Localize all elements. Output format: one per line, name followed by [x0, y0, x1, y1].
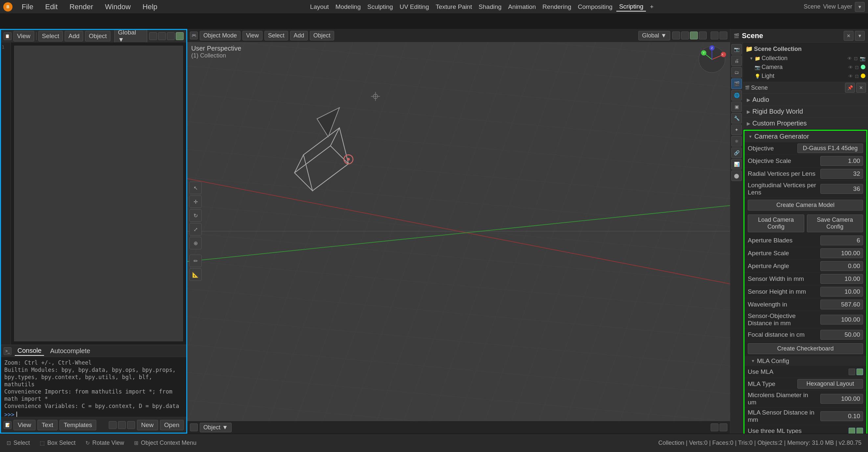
workspace-add[interactable]: +: [647, 3, 656, 11]
sensor-h-input[interactable]: 10.00: [820, 287, 863, 297]
rotate-tool[interactable]: ↻: [189, 209, 202, 222]
viewport-icon-coll[interactable]: ⊡: [854, 56, 858, 61]
use-three-ml-checkbox[interactable]: [848, 428, 855, 434]
vp-pie-btn[interactable]: [711, 32, 718, 39]
scene-panel-filter[interactable]: ▼: [855, 31, 865, 41]
solid-btn[interactable]: [167, 32, 175, 40]
line-wrap-btn[interactable]: [109, 421, 117, 429]
vp-select-menu[interactable]: Select: [265, 31, 288, 40]
vp-solid-btn[interactable]: [690, 32, 698, 39]
microlens-diam-input[interactable]: 100.00: [820, 394, 863, 404]
vp-bottom-snap[interactable]: [711, 423, 718, 431]
world-props-icon[interactable]: 🌐: [731, 90, 742, 100]
focal-dist-input[interactable]: 50.00: [820, 330, 863, 340]
data-props-icon[interactable]: 📊: [731, 159, 742, 169]
rendered-btn[interactable]: [176, 32, 184, 40]
tree-light[interactable]: 💡 Light 👁 ⊡: [743, 72, 868, 80]
measure-tool[interactable]: 📐: [189, 268, 202, 281]
vp-overlay-btn[interactable]: [672, 32, 680, 39]
eye-icon-coll[interactable]: 👁: [847, 56, 852, 61]
camera-gen-header[interactable]: ▼ Camera Generator: [744, 131, 866, 142]
render-props-icon[interactable]: 📷: [731, 44, 742, 55]
obj-scale-input[interactable]: 1.00: [820, 156, 863, 166]
vp-bottom-icon[interactable]: [190, 423, 198, 431]
scene-props-pin[interactable]: 📌: [845, 83, 855, 93]
viewport-type-icon[interactable]: 📋: [4, 32, 11, 40]
rigid-body-section-header[interactable]: ▶ Rigid Body World: [743, 105, 868, 117]
particles-icon[interactable]: ✦: [731, 125, 742, 135]
object-props-icon[interactable]: ▣: [731, 101, 742, 112]
tab-autocomplete[interactable]: Autocomplete: [47, 347, 93, 355]
scene-props-icon[interactable]: 🎬: [731, 78, 742, 89]
vp-mode-dropdown[interactable]: Object Mode: [200, 31, 241, 40]
vp-mode-icon[interactable]: 🎮: [190, 32, 198, 39]
te-new-btn[interactable]: New: [137, 420, 158, 430]
vp-xray-btn[interactable]: [681, 32, 689, 39]
save-camera-config-btn[interactable]: Save Camera Config: [807, 215, 863, 232]
ap-angle-input[interactable]: 0.00: [820, 261, 863, 271]
viewport-3d[interactable]: 🎮 Object Mode View Select Add Object Glo…: [187, 29, 730, 433]
custom-props-section-header[interactable]: ▶ Custom Properties: [743, 117, 868, 129]
objective-dropdown[interactable]: D-Gauss F1.4 45deg: [797, 143, 863, 153]
vp-add-btn[interactable]: Add: [65, 31, 83, 41]
mla-type-dropdown[interactable]: Hexagonal Layout: [797, 379, 863, 389]
create-camera-btn[interactable]: Create Camera Model: [748, 200, 863, 211]
menu-help[interactable]: Help: [140, 2, 160, 12]
vp-select-btn[interactable]: Select: [38, 31, 63, 41]
wavelength-input[interactable]: 587.60: [820, 299, 863, 310]
xray-btn[interactable]: [158, 32, 166, 40]
render-icon-coll[interactable]: 📷: [860, 56, 865, 61]
menu-edit[interactable]: Edit: [42, 2, 60, 12]
workspace-modeling[interactable]: Modeling: [333, 3, 363, 11]
scale-tool[interactable]: ⤢: [189, 223, 202, 235]
workspace-animation[interactable]: Animation: [506, 3, 539, 11]
tree-camera[interactable]: 📷 Camera 👁 ⊡: [743, 63, 868, 72]
vp-view-btn[interactable]: View: [13, 31, 34, 41]
vp-view-menu[interactable]: View: [243, 31, 262, 40]
workspace-compositing[interactable]: Compositing: [575, 3, 615, 11]
te-open-btn[interactable]: Open: [160, 420, 184, 430]
workspace-shading[interactable]: Shading: [476, 3, 504, 11]
filter-btn[interactable]: ▼: [855, 2, 865, 12]
vp-global-mode[interactable]: Global ▼: [638, 31, 670, 40]
menu-window[interactable]: Window: [102, 2, 133, 12]
vp-bottom-proportional[interactable]: [719, 423, 727, 431]
ap-blades-input[interactable]: 6: [820, 235, 863, 246]
workspace-sculpting[interactable]: Sculpting: [365, 3, 396, 11]
radial-vert-input[interactable]: 32: [820, 169, 863, 179]
workspace-rendering[interactable]: Rendering: [540, 3, 574, 11]
vp-object-mode-bottom[interactable]: Object ▼: [200, 423, 231, 432]
te-text-btn[interactable]: Text: [37, 420, 58, 430]
tab-console[interactable]: Console: [15, 346, 44, 356]
transform-tool[interactable]: ⊕: [189, 237, 202, 249]
mla-sensor-dist-input[interactable]: 0.10: [820, 411, 863, 421]
viewport-icon-cam[interactable]: ⊡: [855, 65, 859, 70]
workspace-scripting[interactable]: Scripting: [616, 2, 646, 11]
eye-icon-light[interactable]: 👁: [848, 73, 853, 79]
te-view-btn[interactable]: View: [13, 420, 35, 430]
scene-panel-close[interactable]: ✕: [844, 31, 854, 41]
output-props-icon[interactable]: 🖨: [731, 56, 742, 66]
mla-config-header[interactable]: ▼ MLA Config: [744, 356, 866, 366]
select-tool[interactable]: ↖: [189, 182, 202, 194]
material-icon[interactable]: ⬤: [731, 170, 742, 181]
tree-collection[interactable]: ▼ 📁 Collection 👁 ⊡ 📷: [743, 54, 868, 63]
line-nums-btn[interactable]: [127, 421, 135, 429]
workspace-uv[interactable]: UV Editing: [397, 3, 432, 11]
sensor-obj-dist-input[interactable]: 100.00: [820, 315, 863, 325]
long-vert-input[interactable]: 36: [820, 184, 863, 194]
menu-file[interactable]: File: [19, 2, 36, 12]
audio-section-header[interactable]: ▶ Audio: [743, 94, 868, 105]
modifier-props-icon[interactable]: 🔧: [731, 113, 742, 124]
vp-object-btn[interactable]: Object: [85, 31, 111, 41]
workspace-texture[interactable]: Texture Paint: [433, 3, 475, 11]
move-tool[interactable]: ✛: [189, 195, 202, 208]
sensor-w-input[interactable]: 10.00: [820, 274, 863, 284]
viewport-icon-light[interactable]: ⊡: [855, 73, 859, 79]
menu-render[interactable]: Render: [67, 2, 96, 12]
vp-object-menu[interactable]: Object: [310, 31, 334, 40]
eye-icon-cam[interactable]: 👁: [848, 65, 853, 70]
annotate-tool[interactable]: ✏: [189, 255, 202, 267]
view-layer-icon[interactable]: 🗂: [731, 67, 742, 77]
load-camera-config-btn[interactable]: Load Camera Config: [748, 215, 804, 232]
